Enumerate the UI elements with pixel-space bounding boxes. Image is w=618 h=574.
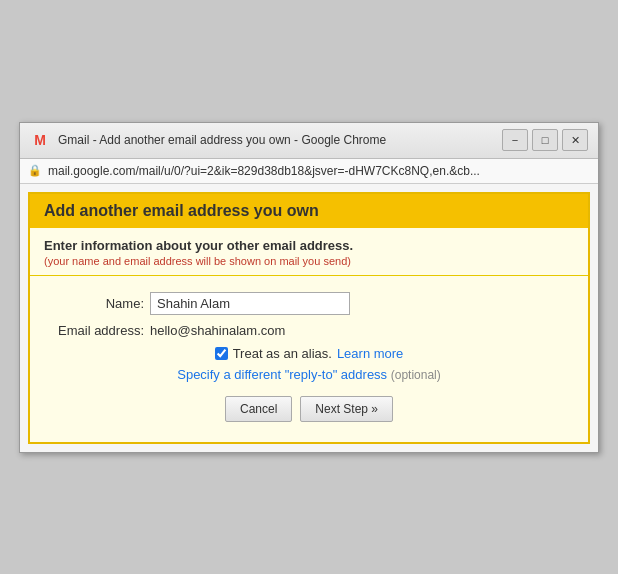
button-row: Cancel Next Step » [44, 396, 574, 422]
window-title: Gmail - Add another email address you ow… [58, 133, 502, 147]
optional-text: (optional) [391, 368, 441, 382]
name-input[interactable] [150, 292, 350, 315]
email-label: Email address: [44, 323, 144, 338]
alias-checkbox[interactable] [215, 347, 228, 360]
specify-link-row: Specify a different "reply-to" address (… [44, 367, 574, 382]
learn-more-link[interactable]: Learn more [337, 346, 403, 361]
url-text: mail.google.com/mail/u/0/?ui=2&ik=829d38… [48, 164, 590, 178]
alias-label: Treat as an alias. [233, 346, 332, 361]
gmail-icon: M [30, 130, 50, 150]
form-area: Name: Email address: hello@shahinalam.co… [30, 276, 588, 442]
browser-window: M Gmail - Add another email address you … [19, 122, 599, 453]
close-button[interactable]: ✕ [562, 129, 588, 151]
alias-row: Treat as an alias. Learn more [44, 346, 574, 361]
info-secondary-text: (your name and email address will be sho… [44, 255, 574, 267]
window-controls: − □ ✕ [502, 129, 588, 151]
specify-link[interactable]: Specify a different "reply-to" address [177, 367, 387, 382]
info-primary-text: Enter information about your other email… [44, 238, 574, 253]
info-section: Enter information about your other email… [30, 228, 588, 276]
title-bar: M Gmail - Add another email address you … [20, 123, 598, 159]
name-row: Name: [44, 292, 574, 315]
address-bar: 🔒 mail.google.com/mail/u/0/?ui=2&ik=829d… [20, 159, 598, 184]
page-title: Add another email address you own [30, 194, 588, 228]
email-value: hello@shahinalam.com [150, 323, 285, 338]
email-row: Email address: hello@shahinalam.com [44, 323, 574, 338]
cancel-button[interactable]: Cancel [225, 396, 292, 422]
name-label: Name: [44, 296, 144, 311]
lock-icon: 🔒 [28, 164, 42, 177]
dialog-content: Add another email address you own Enter … [28, 192, 590, 444]
minimize-button[interactable]: − [502, 129, 528, 151]
next-step-button[interactable]: Next Step » [300, 396, 393, 422]
maximize-button[interactable]: □ [532, 129, 558, 151]
